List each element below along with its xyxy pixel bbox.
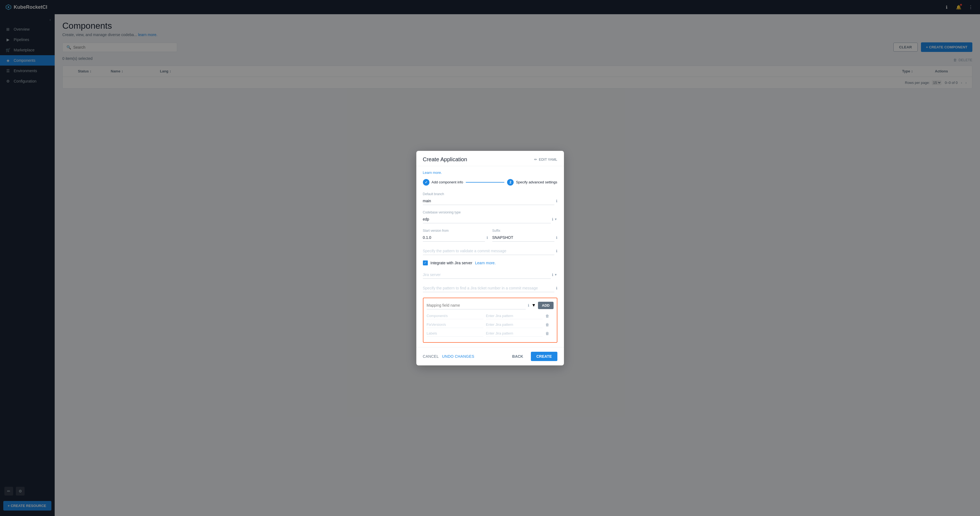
codebase-versioning-info-icon[interactable]: ℹ	[552, 217, 553, 221]
jira-server-row: ℹ ▼	[423, 271, 557, 279]
suffix-label: Suffix	[492, 229, 557, 233]
mapping-field-component[interactable]	[427, 313, 483, 319]
mapping-field-input[interactable]	[427, 302, 526, 310]
default-branch-group: Default branch ℹ	[423, 192, 557, 205]
mapping-info-icon[interactable]: ℹ	[528, 303, 529, 308]
mapping-field-labels[interactable]	[427, 330, 483, 337]
step-line	[466, 182, 504, 183]
modal-footer: CANCEL UNDO CHANGES BACK CREATE	[416, 347, 564, 365]
jira-server-info-icon[interactable]: ℹ	[552, 273, 553, 277]
suffix-input[interactable]	[492, 234, 554, 241]
mapping-pattern-component[interactable]	[486, 313, 542, 319]
edit-yaml-icon: ✏	[534, 157, 537, 162]
start-version-row: ℹ	[423, 234, 488, 241]
codebase-versioning-row: ℹ ▼	[423, 215, 557, 223]
commit-pattern-info-icon[interactable]: ℹ	[556, 249, 557, 253]
jira-ticket-input[interactable]	[423, 284, 554, 292]
delete-mapping-0-icon[interactable]: 🗑	[546, 314, 554, 318]
jira-ticket-row: ℹ	[423, 284, 557, 292]
modal-title: Create Application	[423, 156, 467, 163]
jira-server-dropdown-icon[interactable]: ▼	[554, 273, 557, 276]
suffix-group: Suffix ℹ	[492, 229, 557, 241]
undo-changes-button[interactable]: UNDO CHANGES	[442, 354, 474, 359]
version-suffix-row: Start version from ℹ Suffix ℹ	[423, 229, 557, 241]
codebase-versioning-dropdown-icon[interactable]: ▼	[554, 218, 557, 221]
edit-yaml-button[interactable]: ✏ EDIT YAML	[534, 157, 557, 162]
commit-pattern-input[interactable]	[423, 247, 554, 255]
step-2-label: Specify advanced settings	[516, 180, 557, 184]
suffix-info-icon[interactable]: ℹ	[556, 236, 557, 240]
jira-checkbox[interactable]: ✓	[423, 260, 428, 265]
step-2: 2 Specify advanced settings	[507, 179, 557, 186]
mapping-header: ℹ ▼ ADD	[427, 302, 554, 310]
jira-ticket-info-icon[interactable]: ℹ	[556, 286, 557, 290]
step-1-circle: ✓	[423, 179, 430, 186]
start-version-input[interactable]	[423, 234, 485, 241]
back-button[interactable]: BACK	[508, 352, 528, 361]
mapping-pattern-labels[interactable]	[486, 330, 542, 337]
default-branch-label: Default branch	[423, 192, 557, 196]
jira-server-input[interactable]	[423, 271, 551, 279]
jira-checkbox-row: ✓ Integrate with Jira server Learn more.	[423, 260, 557, 265]
add-button[interactable]: ADD	[538, 302, 553, 309]
mapping-dropdown-icon[interactable]: ▼	[531, 303, 536, 308]
codebase-versioning-input[interactable]	[423, 215, 551, 223]
jira-server-group: ℹ ▼	[423, 271, 557, 279]
delete-mapping-2-icon[interactable]: 🗑	[546, 331, 554, 336]
default-branch-row: ℹ	[423, 197, 557, 205]
mapping-row-0: 🗑	[427, 313, 554, 319]
jira-ticket-group: ℹ	[423, 284, 557, 292]
modal-header: Create Application ✏ EDIT YAML	[416, 151, 564, 166]
codebase-versioning-label: Codebase versioning type	[423, 210, 557, 214]
default-branch-info-icon[interactable]: ℹ	[556, 199, 557, 203]
step-1-label: Add component info	[432, 180, 463, 184]
mapping-section: ℹ ▼ ADD 🗑 🗑 🗑	[423, 298, 557, 343]
mapping-pattern-fixversion[interactable]	[486, 321, 542, 328]
create-application-modal: Create Application ✏ EDIT YAML Learn mor…	[416, 151, 564, 365]
modal-overlay: Create Application ✏ EDIT YAML Learn mor…	[0, 0, 980, 516]
mapping-row-2: 🗑	[427, 330, 554, 337]
mapping-field-fixversion[interactable]	[427, 321, 483, 328]
create-button[interactable]: CREATE	[531, 352, 557, 361]
commit-pattern-group: ℹ	[423, 247, 557, 255]
start-version-label: Start version from	[423, 229, 488, 233]
jira-checkbox-label: Integrate with Jira server	[431, 261, 473, 265]
default-branch-input[interactable]	[423, 197, 554, 205]
stepper: ✓ Add component info 2 Specify advanced …	[423, 179, 557, 186]
suffix-row: ℹ	[492, 234, 557, 241]
commit-pattern-row: ℹ	[423, 247, 557, 255]
step-1: ✓ Add component info	[423, 179, 463, 186]
cancel-button[interactable]: CANCEL	[423, 354, 439, 359]
modal-learn-more-link[interactable]: Learn more.	[423, 170, 557, 175]
codebase-versioning-group: Codebase versioning type ℹ ▼	[423, 210, 557, 223]
step-2-circle: 2	[507, 179, 514, 186]
jira-learn-more-link[interactable]: Learn more.	[475, 261, 496, 265]
start-version-group: Start version from ℹ	[423, 229, 488, 241]
start-version-info-icon[interactable]: ℹ	[487, 236, 488, 240]
modal-body: Learn more. ✓ Add component info 2 Speci…	[416, 166, 564, 347]
edit-yaml-label: EDIT YAML	[539, 157, 557, 162]
mapping-row-1: 🗑	[427, 321, 554, 328]
delete-mapping-1-icon[interactable]: 🗑	[546, 322, 554, 327]
